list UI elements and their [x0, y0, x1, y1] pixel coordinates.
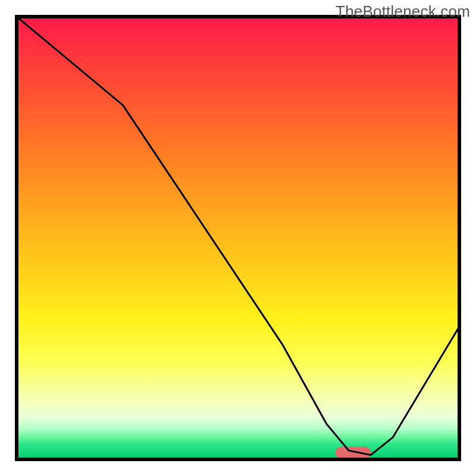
chart-svg — [0, 0, 476, 476]
optimum-marker — [336, 447, 371, 459]
watermark-text: TheBottleneck.com — [336, 2, 470, 21]
bottleneck-chart: TheBottleneck.com — [0, 0, 476, 476]
plot-background — [17, 17, 459, 459]
